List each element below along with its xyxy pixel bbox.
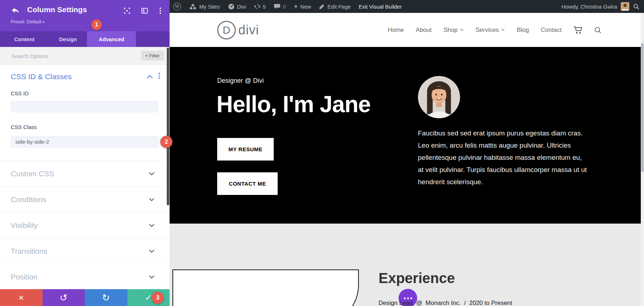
divi-logo-text: divi — [238, 23, 259, 38]
tab-advanced[interactable]: Advanced — [87, 31, 136, 47]
comments-menu[interactable]: 0 — [274, 4, 286, 10]
css-class-label: CSS Class — [11, 124, 37, 130]
chevron-down-icon — [460, 29, 464, 31]
exit-visual-builder-link[interactable]: Exit Visual Builder — [358, 4, 402, 10]
divi-visual-builder: Column Settings Preset: Default▾ Content… — [0, 0, 644, 306]
hero-eyebrow: Designer @ Divi — [217, 77, 264, 85]
page-scrollbar[interactable] — [641, 13, 644, 306]
plus-icon: + — [294, 3, 298, 10]
new-content-menu[interactable]: + New — [294, 3, 311, 10]
gauge-icon — [228, 3, 235, 10]
sidebar-item-custom-css[interactable]: Custom CSS — [0, 161, 170, 186]
chevron-up-icon[interactable] — [147, 75, 154, 80]
sidebar-item-conditions[interactable]: Conditions — [0, 186, 170, 212]
experience-title: Experience — [379, 270, 455, 286]
chevron-down-icon — [149, 224, 155, 227]
column-settings-panel: Column Settings Preset: Default▾ Content… — [0, 0, 170, 306]
nav-about[interactable]: About — [416, 27, 431, 34]
settings-accordion: Custom CSS Conditions Visibility Transit… — [0, 161, 170, 290]
chevron-down-icon — [149, 249, 155, 253]
edit-page-menu[interactable]: Edit Page — [319, 4, 351, 10]
outlined-card-shape — [172, 269, 359, 306]
sidebar-item-visibility[interactable]: Visibility — [0, 212, 170, 238]
expand-modal-icon[interactable] — [123, 7, 131, 15]
site-search-icon[interactable] — [594, 26, 602, 34]
profile-photo — [418, 76, 460, 118]
filter-button[interactable]: + Filter — [141, 51, 164, 61]
discard-button[interactable]: ✕ — [0, 289, 43, 306]
update-count: 5 — [263, 4, 266, 10]
step-badge-2: 2 — [160, 136, 172, 148]
update-icon — [254, 3, 260, 10]
hero-heading: Hello, I'm Jane — [216, 91, 371, 118]
hero-section: Designer @ Divi Hello, I'm Jane MY RESUM… — [170, 47, 644, 224]
caret-down-icon: ▾ — [43, 20, 44, 24]
panel-layout-icon[interactable] — [141, 7, 148, 15]
back-arrow-icon[interactable] — [11, 6, 20, 15]
sidebar-item-transitions[interactable]: Transitions — [0, 238, 170, 264]
section-title: CSS ID & Classes — [11, 72, 72, 81]
section-menu-kebab-icon[interactable] — [158, 73, 160, 79]
my-sites-icon — [189, 4, 197, 10]
site-header: D divi Home About Shop Services Blog Con… — [170, 13, 644, 47]
settings-tabs: Content Design Advanced — [0, 31, 170, 47]
chevron-down-icon — [149, 172, 155, 176]
comment-count: 0 — [283, 4, 286, 10]
undo-icon: ↺ — [60, 292, 68, 303]
chevron-down-icon — [149, 275, 155, 279]
panel-title: Column Settings — [27, 5, 87, 14]
settings-footer-actions: ✕ ↺ ↻ ✓ — [0, 289, 170, 306]
step-badge-3: 3 — [152, 292, 164, 304]
preset-selector[interactable]: Preset: Default▾ — [11, 19, 44, 24]
page-preview: W My Sites Divi 5 0 + New — [170, 0, 644, 306]
updates-menu[interactable]: 5 — [254, 3, 266, 10]
sidebar-scrollbar[interactable] — [167, 48, 169, 205]
step-badge-1: 1 — [91, 19, 102, 30]
user-avatar[interactable] — [621, 2, 629, 11]
chevron-down-icon — [501, 29, 505, 31]
nav-shop[interactable]: Shop — [443, 27, 464, 34]
my-resume-button[interactable]: MY RESUME — [217, 138, 274, 161]
nav-services[interactable]: Services — [475, 27, 505, 34]
wordpress-logo-icon: W — [173, 3, 181, 10]
chevron-down-icon — [149, 198, 155, 201]
nav-home[interactable]: Home — [388, 27, 404, 34]
css-id-label: CSS ID — [11, 90, 29, 96]
undo-button[interactable]: ↺ — [43, 289, 85, 306]
redo-icon: ↻ — [102, 292, 110, 303]
divi-site-logo[interactable]: D divi — [217, 21, 259, 39]
nav-contact[interactable]: Contact — [541, 27, 562, 34]
css-id-input[interactable] — [11, 101, 159, 113]
divi-logo-mark: D — [217, 21, 236, 39]
my-sites-menu[interactable]: My Sites — [189, 4, 220, 10]
cart-icon[interactable] — [574, 26, 582, 34]
contact-me-button[interactable]: CONTACT ME — [217, 172, 278, 195]
check-icon: ✓ — [145, 293, 152, 302]
settings-header: Column Settings Preset: Default▾ — [0, 0, 170, 31]
site-nav: Home About Shop Services Blog Contact — [388, 13, 602, 47]
experience-section: Experience Design Lead @ Monarch Inc. / … — [170, 224, 644, 306]
page-scrollbar-thumb[interactable] — [641, 43, 644, 172]
divi-admin-menu[interactable]: Divi — [228, 3, 246, 10]
css-id-classes-header[interactable]: CSS ID & Classes — [0, 70, 170, 85]
admin-search-icon[interactable] — [633, 3, 640, 10]
wp-admin-bar: W My Sites Divi 5 0 + New — [170, 0, 644, 13]
css-class-input[interactable] — [11, 136, 159, 148]
pencil-icon — [319, 4, 325, 10]
panel-menu-kebab-icon[interactable] — [156, 8, 164, 15]
comment-icon — [274, 4, 280, 10]
experience-entry: Design Lead @ Monarch Inc. / 2020 to Pre… — [379, 300, 512, 306]
wordpress-menu[interactable]: W — [173, 3, 181, 10]
close-icon: ✕ — [18, 294, 24, 302]
howdy-account-menu[interactable]: Howdy, Christina Gwira — [561, 4, 617, 10]
search-options-input[interactable] — [11, 47, 119, 65]
tab-design[interactable]: Design — [50, 31, 86, 47]
redo-button[interactable]: ↻ — [85, 289, 127, 306]
options-search-row: + Filter — [0, 47, 170, 65]
tab-content[interactable]: Content — [6, 31, 42, 47]
nav-blog[interactable]: Blog — [517, 27, 529, 34]
sidebar-item-position[interactable]: Position — [0, 264, 170, 290]
hero-paragraph: Faucibus sed sed erat ipsum purus egesta… — [418, 127, 604, 188]
